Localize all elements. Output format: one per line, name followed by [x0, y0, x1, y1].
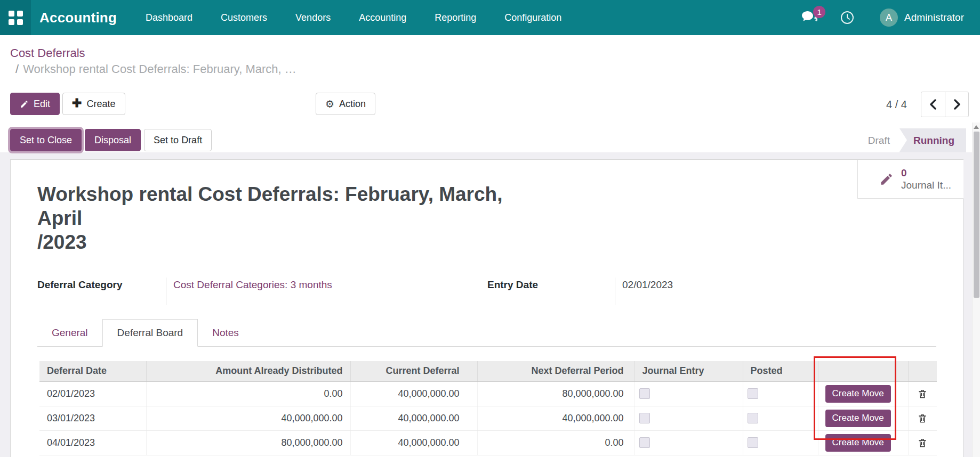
- breadcrumb-separator: /: [15, 62, 19, 76]
- cell-amount-distributed[interactable]: 0.00: [146, 381, 350, 406]
- journal-items-smart-button[interactable]: 0 Journal It...: [857, 160, 963, 199]
- cell-amount-distributed[interactable]: 40,000,000.00: [146, 406, 350, 430]
- top-nav-bar: Accounting Dashboard Customers Vendors A…: [0, 0, 980, 35]
- menu-customers[interactable]: Customers: [220, 9, 268, 27]
- status-arrow: [899, 128, 907, 152]
- menu-configuration[interactable]: Configuration: [503, 9, 563, 27]
- apps-menu-button[interactable]: [0, 0, 31, 35]
- scrollbar-thumb[interactable]: [974, 132, 979, 298]
- pager: 4 / 4: [886, 92, 969, 117]
- posted-checkbox[interactable]: [748, 437, 758, 448]
- deferral-category-value-link[interactable]: Cost Deferral Categories: 3 months: [173, 279, 332, 290]
- notebook-tabs: General Deferral Board Notes: [37, 319, 936, 347]
- disposal-button[interactable]: Disposal: [85, 129, 141, 151]
- cell-deferral-date[interactable]: 02/01/2023: [39, 381, 146, 406]
- pencil-icon: [20, 100, 29, 109]
- create-move-button[interactable]: Create Move: [825, 385, 891, 403]
- posted-checkbox[interactable]: [748, 388, 758, 399]
- col-deferral-date[interactable]: Deferral Date: [39, 361, 146, 381]
- cell-current-deferral[interactable]: 40,000,000.00: [350, 381, 477, 406]
- tab-general[interactable]: General: [37, 319, 102, 346]
- scroll-up-arrow-icon[interactable]: [974, 125, 979, 129]
- pager-next-button[interactable]: [945, 92, 968, 117]
- create-move-button[interactable]: Create Move: [825, 434, 891, 452]
- control-panel: Cost Deferrals /Workshop rental Cost Def…: [0, 35, 980, 152]
- col-next-deferral-period[interactable]: Next Deferral Period: [477, 361, 634, 381]
- edit-button[interactable]: Edit: [10, 93, 60, 115]
- cell-current-deferral[interactable]: 40,000,000.00: [350, 430, 477, 455]
- cell-next-period[interactable]: 0.00: [477, 430, 634, 455]
- apps-grid-icon: [9, 11, 23, 25]
- cell-next-period[interactable]: 40,000,000.00: [477, 406, 634, 430]
- gear-icon: ⚙: [325, 99, 334, 109]
- delete-row-icon[interactable]: [917, 413, 928, 424]
- col-current-deferral[interactable]: Current Deferral: [350, 361, 477, 381]
- clock-icon: [840, 11, 854, 25]
- create-button[interactable]: ✚ Create: [62, 93, 125, 115]
- table-row[interactable]: 03/01/2023 40,000,000.00 40,000,000.00 4…: [39, 406, 937, 430]
- col-posted[interactable]: Posted: [743, 361, 818, 381]
- nav-right-cluster: 1 A Administrator: [801, 9, 964, 27]
- main-menu: Dashboard Customers Vendors Accounting R…: [144, 9, 563, 27]
- messages-button[interactable]: 1: [801, 11, 818, 25]
- add-line-row: Add a line: [39, 455, 937, 457]
- menu-accounting[interactable]: Accounting: [358, 9, 407, 27]
- menu-vendors[interactable]: Vendors: [294, 9, 332, 27]
- col-delete: [908, 361, 937, 381]
- messages-count-badge: 1: [813, 6, 825, 18]
- menu-dashboard[interactable]: Dashboard: [144, 9, 194, 27]
- fields-row: Deferral Category Cost Deferral Categori…: [37, 278, 936, 305]
- activities-button[interactable]: [840, 11, 854, 25]
- breadcrumb-current: Workshop rental Cost Deferrals: February…: [23, 62, 296, 76]
- delete-row-icon[interactable]: [917, 388, 928, 399]
- form-sheet: 0 Journal It... Workshop rental Cost Def…: [10, 159, 963, 457]
- journal-entry-checkbox[interactable]: [639, 413, 650, 423]
- action-menu-button[interactable]: ⚙ Action: [316, 93, 375, 115]
- pencil-stat-icon: [879, 172, 894, 186]
- breadcrumb: Cost Deferrals /Workshop rental Cost Def…: [10, 46, 980, 78]
- status-state-running[interactable]: Running: [899, 128, 966, 152]
- tab-deferral-board[interactable]: Deferral Board: [102, 319, 198, 347]
- set-to-close-button[interactable]: Set to Close: [10, 129, 82, 151]
- chevron-right-icon: [953, 99, 961, 110]
- record-title: Workshop rental Cost Deferrals: February…: [37, 182, 517, 254]
- menu-reporting[interactable]: Reporting: [433, 9, 477, 27]
- table-header-row: Deferral Date Amount Already Distributed…: [39, 361, 937, 381]
- cell-next-period[interactable]: 80,000,000.00: [477, 381, 634, 406]
- journal-entry-checkbox[interactable]: [639, 437, 650, 448]
- cell-deferral-date[interactable]: 04/01/2023: [39, 430, 146, 455]
- tab-notes[interactable]: Notes: [198, 319, 253, 346]
- journal-entry-checkbox[interactable]: [639, 388, 650, 399]
- journal-items-count: 0: [901, 167, 951, 179]
- col-amount-already-distributed[interactable]: Amount Already Distributed: [146, 361, 350, 381]
- status-state-draft[interactable]: Draft: [858, 128, 899, 152]
- table-row[interactable]: 04/01/2023 80,000,000.00 40,000,000.00 0…: [39, 430, 937, 455]
- statusbar-row: Set to Close Disposal Set to Draft Draft…: [0, 128, 980, 152]
- cell-amount-distributed[interactable]: 80,000,000.00: [146, 430, 350, 455]
- delete-row-icon[interactable]: [917, 437, 928, 448]
- entry-date-label: Entry Date: [487, 278, 615, 305]
- entry-date-value: 02/01/2023: [622, 279, 673, 290]
- create-move-button[interactable]: Create Move: [825, 410, 891, 427]
- breadcrumb-parent-link[interactable]: Cost Deferrals: [10, 46, 85, 60]
- cell-deferral-date[interactable]: 03/01/2023: [39, 406, 146, 430]
- app-title: Accounting: [39, 10, 117, 26]
- cell-current-deferral[interactable]: 40,000,000.00: [350, 406, 477, 430]
- table-row[interactable]: 02/01/2023 0.00 40,000,000.00 80,000,000…: [39, 381, 937, 406]
- pager-previous-button[interactable]: [921, 92, 945, 117]
- deferral-board-table: Deferral Date Amount Already Distributed…: [39, 361, 937, 457]
- posted-checkbox[interactable]: [748, 413, 758, 423]
- pager-count: 4 / 4: [886, 99, 907, 111]
- deferral-category-label: Deferral Category: [37, 278, 166, 305]
- vertical-scrollbar[interactable]: [972, 123, 980, 457]
- plus-icon: ✚: [72, 97, 82, 109]
- user-name: Administrator: [904, 12, 964, 23]
- col-journal-entry[interactable]: Journal Entry: [634, 361, 743, 381]
- avatar: A: [880, 9, 898, 27]
- journal-items-label: Journal It...: [901, 179, 951, 192]
- user-menu[interactable]: A Administrator: [880, 9, 964, 27]
- chevron-left-icon: [929, 99, 937, 110]
- set-to-draft-button[interactable]: Set to Draft: [144, 129, 212, 151]
- action-buttons-row: Edit ✚ Create ⚙ Action 4 / 4: [0, 93, 980, 115]
- col-actions: [818, 361, 908, 381]
